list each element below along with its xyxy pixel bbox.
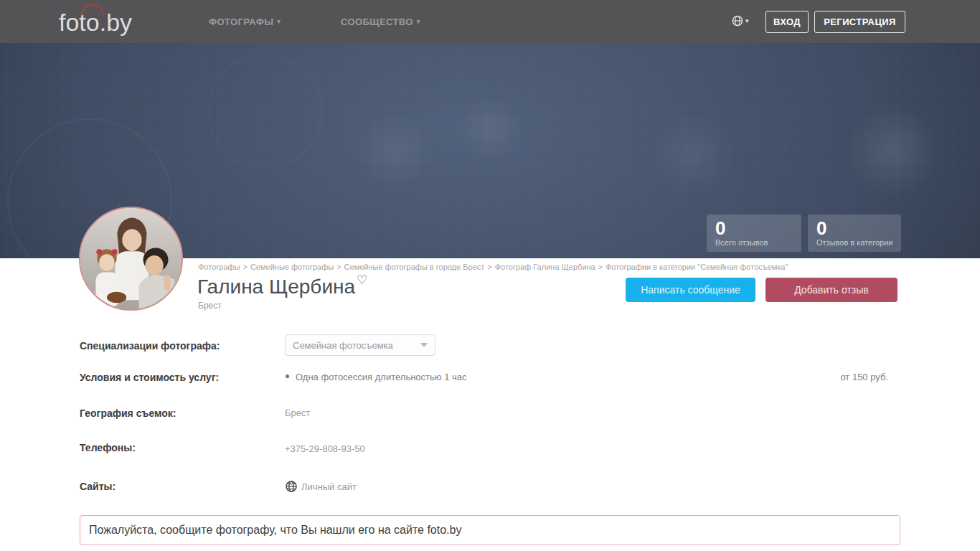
pricing-price: от 150 руб. (840, 372, 888, 382)
nav-community-label: СООБЩЕСТВО (341, 17, 413, 27)
page-title: Галина Щербина (197, 276, 355, 298)
personal-site-link[interactable]: Личный сайт (301, 481, 357, 492)
chevron-down-icon: ▾ (417, 19, 420, 25)
breadcrumb-link[interactable]: Фотографы (198, 263, 240, 271)
geography-value: Брест (285, 408, 310, 418)
breadcrumb-separator: > (242, 263, 247, 271)
stat-total-reviews-label: Всего отзывов (715, 238, 793, 248)
globe-icon (732, 15, 743, 27)
breadcrumb: Фотографы > Семейные фотографы > Семейны… (198, 263, 788, 271)
nav-community[interactable]: СООБЩЕСТВО ▾ (341, 0, 420, 43)
personal-site-row[interactable]: Личный сайт (286, 481, 357, 492)
login-button[interactable]: ВХОД (765, 11, 809, 33)
chevron-down-icon: ▾ (745, 18, 749, 24)
breadcrumb-link[interactable]: Семейные фотографы в городе Брест (344, 263, 485, 271)
profile-city: Брест (198, 301, 222, 311)
send-message-button[interactable]: Написать сообщение (626, 278, 755, 302)
specializations-label: Специализации фотографа: (80, 340, 220, 352)
register-button[interactable]: РЕГИСТРАЦИЯ (814, 11, 905, 33)
sites-label: Сайты: (80, 481, 116, 492)
pricing-label: Условия и стоимость услуг: (80, 372, 219, 383)
chevron-down-icon (420, 343, 428, 347)
stat-total-reviews-value: 0 (715, 218, 793, 238)
page: foto.by ФОТОГРАФЫ ▾ СООБЩЕСТВО ▾ ▾ ВХОД … (0, 0, 980, 551)
breadcrumb-link[interactable]: Семейные фотографы (250, 263, 334, 271)
stat-category-reviews-value: 0 (816, 218, 892, 238)
phones-label: Телефоны: (80, 442, 136, 453)
specialization-selected-value: Семейная фотосъемка (293, 340, 420, 351)
stat-category-reviews: 0 Отзывов в категории (808, 215, 901, 252)
family-photo-placeholder (80, 208, 182, 309)
top-navbar: foto.by ФОТОГРАФЫ ▾ СООБЩЕСТВО ▾ ▾ ВХОД … (0, 0, 980, 43)
stat-category-reviews-label: Отзывов в категории (816, 238, 892, 248)
geography-label: География съемок: (80, 408, 176, 419)
favorite-heart-icon[interactable]: ♡ (357, 274, 367, 286)
nav-photographers[interactable]: ФОТОГРАФЫ ▾ (209, 0, 281, 43)
breadcrumb-link[interactable]: Фотограф Галина Щербина (495, 263, 595, 271)
chevron-down-icon: ▾ (277, 19, 281, 25)
add-review-button[interactable]: Добавить отзыв (765, 278, 897, 302)
camera-outline-icon (80, 4, 105, 15)
pricing-item: Одна фотосессия длительностью 1 час (296, 372, 467, 382)
website-globe-icon (286, 481, 297, 492)
breadcrumb-separator: > (598, 263, 603, 271)
specialization-select[interactable]: Семейная фотосъемка (285, 334, 435, 356)
profile-photo (79, 207, 183, 311)
phone-value: +375-29-808-93-50 (285, 443, 365, 454)
profile-header: Галина Щербина ♡ (197, 276, 367, 298)
language-selector[interactable]: ▾ (732, 15, 749, 27)
site-logo[interactable]: foto.by (59, 6, 138, 39)
breadcrumb-separator: > (487, 263, 491, 271)
stat-total-reviews: 0 Всего отзывов (707, 215, 801, 252)
notice-banner: Пожалуйста, сообщите фотографу, что Вы н… (80, 515, 900, 545)
breadcrumb-link[interactable]: Фотографии в категории "Семейная фотосъе… (606, 263, 788, 271)
bullet-icon (286, 375, 289, 378)
nav-photographers-label: ФОТОГРАФЫ (209, 17, 273, 27)
breadcrumb-separator: > (336, 263, 341, 271)
